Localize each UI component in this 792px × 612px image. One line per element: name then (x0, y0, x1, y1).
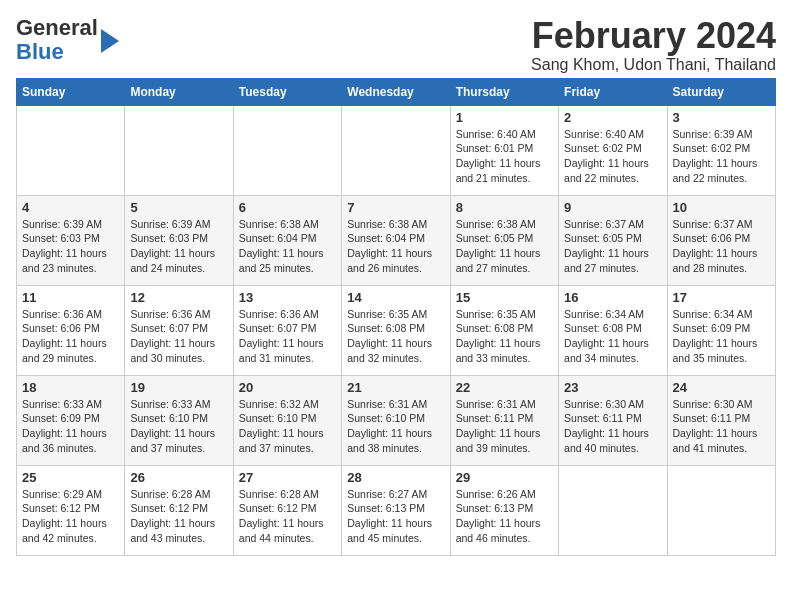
day-number: 9 (564, 200, 661, 215)
day-number: 22 (456, 380, 553, 395)
calendar-cell: 21Sunrise: 6:31 AM Sunset: 6:10 PM Dayli… (342, 375, 450, 465)
calendar-cell: 10Sunrise: 6:37 AM Sunset: 6:06 PM Dayli… (667, 195, 775, 285)
days-of-week-row: SundayMondayTuesdayWednesdayThursdayFrid… (17, 78, 776, 105)
day-number: 4 (22, 200, 119, 215)
calendar-body: 1Sunrise: 6:40 AM Sunset: 6:01 PM Daylig… (17, 105, 776, 555)
day-info: Sunrise: 6:28 AM Sunset: 6:12 PM Dayligh… (130, 487, 227, 546)
calendar-cell: 5Sunrise: 6:39 AM Sunset: 6:03 PM Daylig… (125, 195, 233, 285)
day-info: Sunrise: 6:33 AM Sunset: 6:10 PM Dayligh… (130, 397, 227, 456)
day-of-week-thursday: Thursday (450, 78, 558, 105)
day-number: 21 (347, 380, 444, 395)
day-info: Sunrise: 6:36 AM Sunset: 6:07 PM Dayligh… (130, 307, 227, 366)
day-info: Sunrise: 6:38 AM Sunset: 6:04 PM Dayligh… (239, 217, 336, 276)
day-info: Sunrise: 6:30 AM Sunset: 6:11 PM Dayligh… (564, 397, 661, 456)
logo-general: General (16, 15, 98, 40)
calendar-cell: 24Sunrise: 6:30 AM Sunset: 6:11 PM Dayli… (667, 375, 775, 465)
day-number: 17 (673, 290, 770, 305)
day-info: Sunrise: 6:35 AM Sunset: 6:08 PM Dayligh… (347, 307, 444, 366)
calendar-subtitle: Sang Khom, Udon Thani, Thailand (531, 56, 776, 74)
calendar-cell: 13Sunrise: 6:36 AM Sunset: 6:07 PM Dayli… (233, 285, 341, 375)
day-of-week-friday: Friday (559, 78, 667, 105)
calendar-title: February 2024 (531, 16, 776, 56)
logo-blue-text: Blue (16, 40, 98, 64)
day-number: 29 (456, 470, 553, 485)
calendar-cell: 4Sunrise: 6:39 AM Sunset: 6:03 PM Daylig… (17, 195, 125, 285)
calendar-cell (667, 465, 775, 555)
calendar-cell (233, 105, 341, 195)
calendar-cell (559, 465, 667, 555)
calendar-cell: 25Sunrise: 6:29 AM Sunset: 6:12 PM Dayli… (17, 465, 125, 555)
week-row: 25Sunrise: 6:29 AM Sunset: 6:12 PM Dayli… (17, 465, 776, 555)
day-info: Sunrise: 6:39 AM Sunset: 6:03 PM Dayligh… (22, 217, 119, 276)
day-number: 24 (673, 380, 770, 395)
day-number: 11 (22, 290, 119, 305)
calendar-cell: 18Sunrise: 6:33 AM Sunset: 6:09 PM Dayli… (17, 375, 125, 465)
day-number: 13 (239, 290, 336, 305)
calendar-cell: 19Sunrise: 6:33 AM Sunset: 6:10 PM Dayli… (125, 375, 233, 465)
day-number: 26 (130, 470, 227, 485)
day-info: Sunrise: 6:30 AM Sunset: 6:11 PM Dayligh… (673, 397, 770, 456)
header: General Blue February 2024 Sang Khom, Ud… (16, 16, 776, 74)
calendar-cell: 28Sunrise: 6:27 AM Sunset: 6:13 PM Dayli… (342, 465, 450, 555)
day-number: 23 (564, 380, 661, 395)
calendar-cell: 12Sunrise: 6:36 AM Sunset: 6:07 PM Dayli… (125, 285, 233, 375)
calendar-cell (342, 105, 450, 195)
calendar-cell: 27Sunrise: 6:28 AM Sunset: 6:12 PM Dayli… (233, 465, 341, 555)
day-number: 8 (456, 200, 553, 215)
calendar-cell: 9Sunrise: 6:37 AM Sunset: 6:05 PM Daylig… (559, 195, 667, 285)
day-info: Sunrise: 6:26 AM Sunset: 6:13 PM Dayligh… (456, 487, 553, 546)
day-info: Sunrise: 6:31 AM Sunset: 6:11 PM Dayligh… (456, 397, 553, 456)
day-info: Sunrise: 6:32 AM Sunset: 6:10 PM Dayligh… (239, 397, 336, 456)
week-row: 11Sunrise: 6:36 AM Sunset: 6:06 PM Dayli… (17, 285, 776, 375)
day-number: 27 (239, 470, 336, 485)
day-number: 10 (673, 200, 770, 215)
day-info: Sunrise: 6:36 AM Sunset: 6:07 PM Dayligh… (239, 307, 336, 366)
day-of-week-sunday: Sunday (17, 78, 125, 105)
calendar-cell: 8Sunrise: 6:38 AM Sunset: 6:05 PM Daylig… (450, 195, 558, 285)
week-row: 4Sunrise: 6:39 AM Sunset: 6:03 PM Daylig… (17, 195, 776, 285)
day-info: Sunrise: 6:35 AM Sunset: 6:08 PM Dayligh… (456, 307, 553, 366)
calendar-cell: 23Sunrise: 6:30 AM Sunset: 6:11 PM Dayli… (559, 375, 667, 465)
calendar-cell: 3Sunrise: 6:39 AM Sunset: 6:02 PM Daylig… (667, 105, 775, 195)
calendar-cell: 17Sunrise: 6:34 AM Sunset: 6:09 PM Dayli… (667, 285, 775, 375)
day-number: 14 (347, 290, 444, 305)
logo-text: General (16, 16, 98, 40)
day-number: 3 (673, 110, 770, 125)
calendar-cell: 26Sunrise: 6:28 AM Sunset: 6:12 PM Dayli… (125, 465, 233, 555)
day-number: 7 (347, 200, 444, 215)
calendar-cell: 16Sunrise: 6:34 AM Sunset: 6:08 PM Dayli… (559, 285, 667, 375)
calendar-cell: 14Sunrise: 6:35 AM Sunset: 6:08 PM Dayli… (342, 285, 450, 375)
calendar-header: SundayMondayTuesdayWednesdayThursdayFrid… (17, 78, 776, 105)
calendar-cell: 29Sunrise: 6:26 AM Sunset: 6:13 PM Dayli… (450, 465, 558, 555)
week-row: 1Sunrise: 6:40 AM Sunset: 6:01 PM Daylig… (17, 105, 776, 195)
day-number: 5 (130, 200, 227, 215)
day-info: Sunrise: 6:36 AM Sunset: 6:06 PM Dayligh… (22, 307, 119, 366)
calendar-cell: 20Sunrise: 6:32 AM Sunset: 6:10 PM Dayli… (233, 375, 341, 465)
calendar-cell: 1Sunrise: 6:40 AM Sunset: 6:01 PM Daylig… (450, 105, 558, 195)
day-info: Sunrise: 6:39 AM Sunset: 6:02 PM Dayligh… (673, 127, 770, 186)
day-info: Sunrise: 6:29 AM Sunset: 6:12 PM Dayligh… (22, 487, 119, 546)
day-number: 1 (456, 110, 553, 125)
logo-arrow-icon (101, 29, 119, 53)
day-number: 19 (130, 380, 227, 395)
day-info: Sunrise: 6:38 AM Sunset: 6:04 PM Dayligh… (347, 217, 444, 276)
day-info: Sunrise: 6:40 AM Sunset: 6:01 PM Dayligh… (456, 127, 553, 186)
day-info: Sunrise: 6:37 AM Sunset: 6:05 PM Dayligh… (564, 217, 661, 276)
day-info: Sunrise: 6:28 AM Sunset: 6:12 PM Dayligh… (239, 487, 336, 546)
day-number: 2 (564, 110, 661, 125)
day-info: Sunrise: 6:33 AM Sunset: 6:09 PM Dayligh… (22, 397, 119, 456)
day-info: Sunrise: 6:37 AM Sunset: 6:06 PM Dayligh… (673, 217, 770, 276)
week-row: 18Sunrise: 6:33 AM Sunset: 6:09 PM Dayli… (17, 375, 776, 465)
day-of-week-tuesday: Tuesday (233, 78, 341, 105)
day-info: Sunrise: 6:39 AM Sunset: 6:03 PM Dayligh… (130, 217, 227, 276)
calendar-cell: 22Sunrise: 6:31 AM Sunset: 6:11 PM Dayli… (450, 375, 558, 465)
day-info: Sunrise: 6:34 AM Sunset: 6:09 PM Dayligh… (673, 307, 770, 366)
day-info: Sunrise: 6:31 AM Sunset: 6:10 PM Dayligh… (347, 397, 444, 456)
title-area: February 2024 Sang Khom, Udon Thani, Tha… (531, 16, 776, 74)
day-number: 16 (564, 290, 661, 305)
day-info: Sunrise: 6:38 AM Sunset: 6:05 PM Dayligh… (456, 217, 553, 276)
day-info: Sunrise: 6:34 AM Sunset: 6:08 PM Dayligh… (564, 307, 661, 366)
day-number: 28 (347, 470, 444, 485)
calendar-table: SundayMondayTuesdayWednesdayThursdayFrid… (16, 78, 776, 556)
day-number: 15 (456, 290, 553, 305)
